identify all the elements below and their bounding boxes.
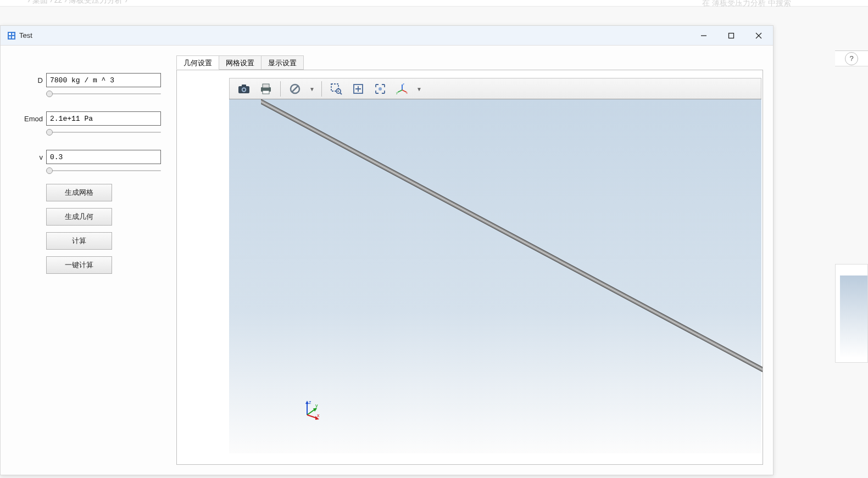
svg-rect-2 bbox=[12, 33, 14, 35]
svg-line-20 bbox=[340, 93, 342, 94]
svg-line-17 bbox=[292, 86, 298, 92]
svg-text:x: x bbox=[406, 91, 408, 94]
slider-v[interactable] bbox=[46, 168, 161, 173]
generate-geometry-button[interactable]: 生成几何 bbox=[46, 208, 112, 226]
print-icon[interactable] bbox=[256, 80, 276, 98]
svg-line-25 bbox=[398, 90, 402, 92]
svg-rect-4 bbox=[12, 36, 14, 38]
svg-rect-1 bbox=[9, 33, 11, 35]
svg-rect-18 bbox=[331, 84, 338, 91]
snapshot-icon[interactable] bbox=[234, 80, 254, 98]
svg-text:y: y bbox=[396, 91, 398, 94]
close-button[interactable] bbox=[751, 28, 766, 43]
dropdown-caret-icon[interactable]: ▼ bbox=[307, 86, 317, 92]
view-axes-icon[interactable]: z x y bbox=[392, 80, 412, 98]
svg-line-35 bbox=[307, 409, 315, 415]
help-icon[interactable]: ? bbox=[845, 52, 858, 65]
transparency-icon[interactable] bbox=[285, 80, 305, 98]
maximize-button[interactable] bbox=[724, 28, 739, 43]
axis-z-label: z bbox=[309, 400, 311, 405]
title-bar[interactable]: Test bbox=[1, 26, 773, 46]
svg-point-12 bbox=[243, 88, 246, 91]
3d-viewport[interactable]: z y x bbox=[229, 99, 761, 453]
minimize-button[interactable] bbox=[696, 28, 711, 43]
viewport-container: ▼ bbox=[176, 70, 763, 465]
app-window: Test D bbox=[0, 25, 774, 475]
axis-y-label: y bbox=[315, 403, 318, 408]
zoom-selection-icon[interactable] bbox=[370, 80, 390, 98]
svg-point-22 bbox=[379, 87, 382, 91]
label-D: D bbox=[16, 76, 46, 85]
zoom-extents-icon[interactable] bbox=[348, 80, 368, 98]
tab-mesh-settings[interactable]: 网格设置 bbox=[219, 55, 261, 70]
app-icon bbox=[7, 31, 16, 40]
svg-rect-15 bbox=[263, 91, 269, 94]
slider-Emod[interactable] bbox=[46, 130, 161, 134]
slider-D[interactable] bbox=[46, 92, 161, 96]
viewport-toolbar: ▼ bbox=[229, 78, 761, 100]
zoom-window-icon[interactable] bbox=[326, 80, 346, 98]
window-title: Test bbox=[19, 31, 32, 40]
geometry-plate-edge bbox=[261, 99, 763, 374]
input-D[interactable] bbox=[46, 73, 161, 87]
compute-button[interactable]: 计算 bbox=[46, 232, 112, 250]
generate-mesh-button[interactable]: 生成网格 bbox=[46, 184, 112, 201]
input-Emod[interactable] bbox=[46, 111, 161, 126]
svg-rect-3 bbox=[9, 36, 11, 38]
tab-geometry-settings[interactable]: 几何设置 bbox=[176, 55, 219, 70]
dropdown-caret-icon[interactable]: ▼ bbox=[414, 86, 424, 92]
input-v[interactable] bbox=[46, 150, 161, 164]
background-window-peek: ? bbox=[835, 50, 868, 468]
tabs-bar: 几何设置 网格设置 显示设置 bbox=[176, 55, 763, 70]
one-click-compute-button[interactable]: 一键计算 bbox=[46, 256, 112, 274]
tab-display-settings[interactable]: 显示设置 bbox=[261, 55, 304, 70]
main-area: 几何设置 网格设置 显示设置 ▼ bbox=[176, 46, 773, 475]
axis-triad: z y x bbox=[301, 398, 322, 420]
svg-rect-14 bbox=[263, 84, 269, 88]
label-v: v bbox=[16, 153, 46, 161]
explorer-search-hint: 在 薄板受压力分析 中搜索 bbox=[702, 0, 791, 8]
svg-text:z: z bbox=[403, 83, 404, 86]
axis-x-label: x bbox=[317, 413, 320, 418]
svg-rect-10 bbox=[242, 85, 246, 87]
label-Emod: Emod bbox=[16, 115, 46, 123]
svg-rect-6 bbox=[729, 33, 734, 38]
parameters-panel: D Emod v bbox=[1, 46, 176, 475]
svg-line-32 bbox=[261, 104, 763, 373]
